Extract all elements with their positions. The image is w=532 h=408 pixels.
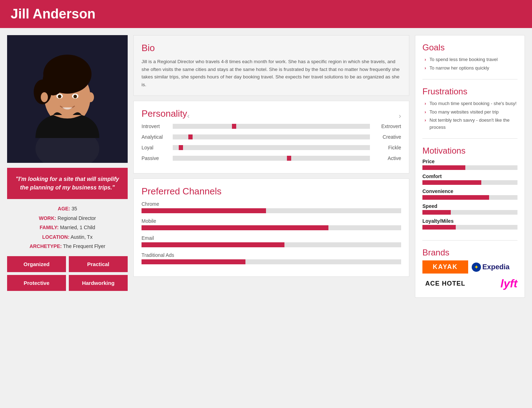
personality-prev-arrow[interactable]: ‹ <box>187 112 190 120</box>
personality-trait-row: Passive Active <box>142 155 401 161</box>
brands-grid: KAYAK ✦ Expedia ACE HOTEL lyft <box>422 260 517 290</box>
channel-label: Mobile <box>142 218 401 224</box>
motivations-title: Motivations <box>422 146 517 156</box>
trait-left-label: Introvert <box>142 123 170 129</box>
brand-kayak: KAYAK <box>422 260 468 274</box>
personality-next-arrow[interactable]: › <box>399 112 401 120</box>
channel-row: Email <box>142 235 401 247</box>
trait-right-label: Fickle <box>373 145 401 150</box>
motivation-bar-fill <box>422 210 451 215</box>
motivation-row: Convenience <box>422 188 517 200</box>
motivation-bar-fill <box>422 180 481 185</box>
trait-left-label: Analytical <box>142 134 170 140</box>
location-label: LOCATION: <box>42 234 70 240</box>
age-value: 35 <box>72 206 77 211</box>
trait-bar <box>173 124 370 129</box>
motivations-section: Motivations Price Comfort Convenience Sp… <box>422 146 517 233</box>
trait-hardworking: Hardworking <box>69 275 128 291</box>
channel-bar-fill <box>142 225 328 230</box>
info-box: AGE: 35 WORK: Regional Director FAMILY: … <box>7 204 128 251</box>
trait-bar-fill <box>287 156 291 161</box>
svg-point-11 <box>58 95 61 98</box>
motivation-bar <box>422 225 517 230</box>
left-column: "I'm looking for a site that will simpli… <box>7 35 128 298</box>
personality-trait-row: Analytical Creative <box>142 134 401 140</box>
motivation-bar <box>422 180 517 185</box>
trait-bar <box>173 145 370 150</box>
quote-box: "I'm looking for a site that will simpli… <box>7 168 128 199</box>
motivation-bar <box>422 165 517 170</box>
trait-left-label: Loyal <box>142 145 170 150</box>
frustration-item: Too many websites visited per trip <box>424 108 517 116</box>
motivations-rows: Price Comfort Convenience Speed Loyalty/… <box>422 159 517 230</box>
frustration-item: Too much time spent booking - she's busy… <box>424 99 517 108</box>
channels-title: Preferred Channels <box>142 186 401 197</box>
motivation-label: Price <box>422 159 517 164</box>
motivation-label: Comfort <box>422 173 517 179</box>
personality-trait-row: Loyal Fickle <box>142 145 401 150</box>
bio-title: Bio <box>142 43 401 54</box>
age-label: AGE: <box>58 206 70 211</box>
info-location: LOCATION: Austin, Tx <box>7 232 128 242</box>
motivation-bar-fill <box>422 225 456 230</box>
goals-section: Goals To spend less time booking travelT… <box>422 43 517 72</box>
trait-bar-fill <box>232 124 236 129</box>
motivation-label: Convenience <box>422 188 517 194</box>
channel-row: Chrome <box>142 201 401 213</box>
channel-label: Traditional Ads <box>142 252 401 258</box>
middle-column: Bio Jill is a Regional Director who trav… <box>133 35 409 298</box>
info-age: AGE: 35 <box>7 204 128 214</box>
family-label: FAMILY: <box>40 225 59 230</box>
channel-bar <box>142 208 401 213</box>
motivation-row: Comfort <box>422 173 517 185</box>
work-label: WORK: <box>39 215 56 221</box>
location-value: Austin, Tx <box>71 234 93 240</box>
bio-text: Jill is a Regional Director who travels … <box>142 58 401 88</box>
channel-label: Chrome <box>142 201 401 207</box>
motivation-row: Price <box>422 159 517 170</box>
motivation-bar <box>422 195 517 200</box>
archetype-label: ARCHETYPE: <box>29 243 62 249</box>
trait-bar-fill <box>188 134 193 139</box>
svg-point-8 <box>87 92 94 102</box>
motivation-row: Loyalty/Miles <box>422 218 517 230</box>
trait-right-label: Creative <box>373 134 401 140</box>
channel-bar <box>142 242 401 247</box>
frustrations-section: Frustrations Too much time spent booking… <box>422 87 517 131</box>
trait-practical: Practical <box>69 256 128 272</box>
brands-title: Brands <box>422 248 517 258</box>
goals-title: Goals <box>422 43 517 53</box>
channel-row: Traditional Ads <box>142 252 401 264</box>
page-title: Jill Anderson <box>11 6 521 22</box>
goal-item: To narrow her options quickly <box>424 64 517 72</box>
trait-right-label: Active <box>373 155 401 161</box>
page-header: Jill Anderson <box>0 0 532 28</box>
personality-card: Personality ‹ › Introvert Extrovert Anal… <box>133 101 409 173</box>
goals-list: To spend less time booking travelTo narr… <box>422 55 517 72</box>
frustration-item: Not terribly tech savvy - doesn't like t… <box>424 116 517 131</box>
channel-bar <box>142 225 401 230</box>
motivation-row: Speed <box>422 203 517 215</box>
svg-point-12 <box>73 95 77 98</box>
personality-title: Personality <box>142 108 187 119</box>
channel-bar-fill <box>142 242 284 247</box>
info-work: WORK: Regional Director <box>7 214 128 223</box>
trait-bar-fill <box>179 145 183 150</box>
bio-card: Bio Jill is a Regional Director who trav… <box>133 35 409 96</box>
frustrations-list: Too much time spent booking - she's busy… <box>422 99 517 131</box>
expedia-label: Expedia <box>482 263 510 271</box>
trait-left-label: Passive <box>142 155 170 161</box>
trait-bar <box>173 156 370 161</box>
channel-label: Email <box>142 235 401 241</box>
channel-bar-fill <box>142 259 245 264</box>
goal-item: To spend less time booking travel <box>424 55 517 64</box>
trait-bar <box>173 134 370 139</box>
trait-organized: Organized <box>7 256 66 272</box>
channels-rows: Chrome Mobile Email Traditional Ads <box>142 201 401 264</box>
info-family: FAMILY: Married, 1 Child <box>7 223 128 232</box>
trait-right-label: Extrovert <box>373 123 401 129</box>
brand-ace-hotel: ACE HOTEL <box>422 280 468 287</box>
trait-protective: Protective <box>7 275 66 291</box>
channel-bar <box>142 259 401 264</box>
motivation-bar <box>422 210 517 215</box>
